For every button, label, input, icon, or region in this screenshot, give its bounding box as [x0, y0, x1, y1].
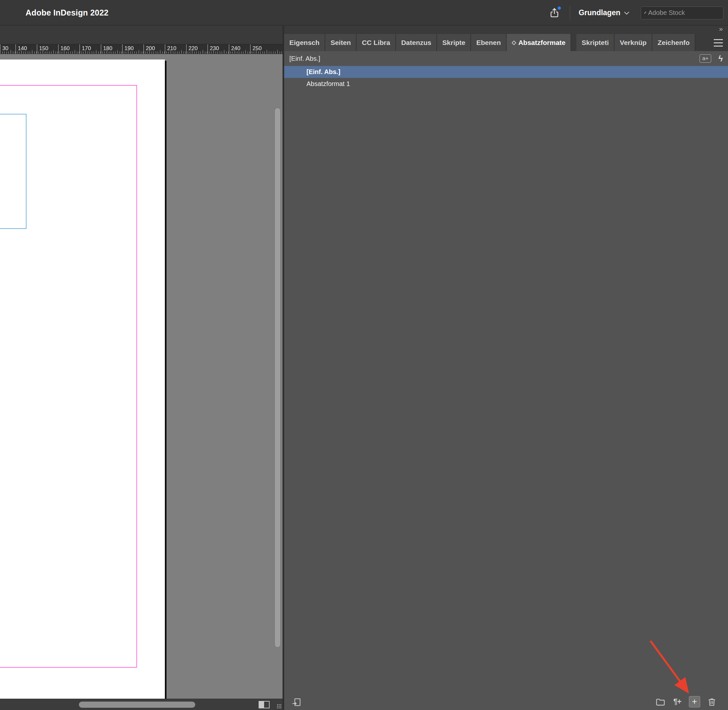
adobe-stock-search[interactable]	[641, 6, 724, 19]
panel-menu-icon[interactable]	[714, 39, 723, 47]
workspace-label: Grundlagen	[579, 9, 620, 17]
panel-tab[interactable]: Datenzus	[396, 34, 437, 51]
tab-label: Ebenen	[476, 39, 501, 47]
redefine-style-icon[interactable]: a+	[700, 54, 711, 63]
current-style-label: [Einf. Abs.]	[289, 55, 320, 62]
ruler-label: 180	[101, 44, 112, 54]
panel-tabbar: Eigensch Seiten CC Libra Datenzus Skript…	[284, 34, 728, 51]
create-new-style-button[interactable]: +	[689, 696, 700, 707]
titlebar: Adobe InDesign 2022 Grundlagen	[0, 0, 728, 25]
panel-tab[interactable]: Seiten	[325, 34, 357, 51]
style-row-label: Absatzformat 1	[306, 80, 350, 88]
ruler-label: 230	[208, 44, 219, 54]
panel-tab[interactable]: Verknüp	[615, 34, 652, 51]
ruler-label: 30	[0, 44, 9, 54]
tab-sync-icon: ◇	[512, 39, 516, 46]
panel-tab[interactable]: CC Libra	[357, 34, 396, 51]
ruler-label: 150	[37, 44, 48, 54]
clear-overrides-icon[interactable]: ¶+	[672, 697, 683, 707]
panel-footer: ¶+ +	[284, 694, 728, 710]
ruler-label: 190	[122, 44, 133, 54]
search-input[interactable]	[648, 9, 728, 16]
titlebar-separator	[570, 6, 570, 20]
panel-tab[interactable]: Skripte	[437, 34, 471, 51]
vertical-scrollbar[interactable]	[274, 54, 281, 699]
quick-apply-icon[interactable]: ϟ	[718, 54, 723, 64]
tab-label: Absatzformate	[518, 39, 565, 47]
ruler-label: 220	[186, 44, 198, 54]
horizontal-ruler: 30 140 150 160 170 180 190 200 210 220 2…	[0, 44, 283, 54]
ruler-label: 250	[250, 44, 262, 54]
notification-dot	[558, 6, 561, 10]
tab-label: Seiten	[330, 39, 351, 47]
delete-style-icon[interactable]	[707, 697, 717, 707]
tab-label: Zeichenfo	[658, 39, 690, 47]
vertical-scrollbar-thumb[interactable]	[274, 108, 281, 648]
titlebar-right: Grundlagen	[547, 0, 728, 25]
text-frame[interactable]	[0, 114, 26, 229]
panel-collapse-icon[interactable]: »	[719, 25, 723, 33]
tab-label: Skripteti	[582, 39, 609, 47]
horizontal-scrollbar-thumb[interactable]	[79, 701, 195, 708]
tab-label: Eigensch	[289, 39, 319, 47]
styles-header: [Einf. Abs.] a+ ϟ	[284, 51, 728, 66]
ruler-label: 240	[229, 44, 240, 54]
ruler-label: 200	[144, 44, 155, 54]
arrow-into-panel-icon[interactable]	[291, 697, 302, 707]
style-row[interactable]: [Einf. Abs.]	[284, 66, 728, 78]
create-style-group-icon[interactable]	[655, 697, 666, 707]
chevron-down-icon	[624, 10, 629, 15]
tab-label: Verknüp	[620, 39, 646, 47]
ruler-label: 170	[79, 44, 91, 54]
workspace-switcher[interactable]: Grundlagen	[579, 9, 628, 17]
panel-tab[interactable]: Eigensch	[284, 34, 325, 51]
panel-tab[interactable]: Zeichenfo	[652, 34, 695, 51]
panel-tab[interactable]: ◇ Absatzformate	[507, 34, 571, 51]
spread-view-icon[interactable]	[259, 701, 270, 709]
styles-list-empty-area	[284, 90, 728, 694]
document-page[interactable]	[0, 60, 165, 699]
share-button[interactable]	[547, 6, 561, 20]
horizontal-scrollbar[interactable]	[0, 699, 283, 710]
ruler-label: 210	[165, 44, 176, 54]
ruler-label: 160	[58, 44, 69, 54]
panel-tab[interactable]: Ebenen	[471, 34, 507, 51]
search-chevron-icon	[644, 11, 646, 13]
tab-label: CC Libra	[362, 39, 390, 47]
paragraph-styles-panel: » Eigensch Seiten CC Libra Datenzus	[284, 25, 728, 710]
tab-label: Skripte	[442, 39, 465, 47]
document-canvas-area: 30 140 150 160 170 180 190 200 210 220 2…	[0, 25, 283, 710]
ruler-label: 140	[16, 44, 27, 54]
style-row-label: [Einf. Abs.]	[306, 68, 340, 76]
panel-top-strip: »	[284, 25, 728, 34]
style-row[interactable]: Absatzformat 1	[284, 78, 728, 90]
styles-list: [Einf. Abs.] Absatzformat 1	[284, 66, 728, 90]
app-title: Adobe InDesign 2022	[26, 8, 108, 18]
resize-grip[interactable]	[277, 704, 281, 709]
pasteboard[interactable]	[0, 54, 283, 699]
panel-tab[interactable]: Skripteti	[576, 34, 615, 51]
tab-label: Datenzus	[401, 39, 431, 47]
